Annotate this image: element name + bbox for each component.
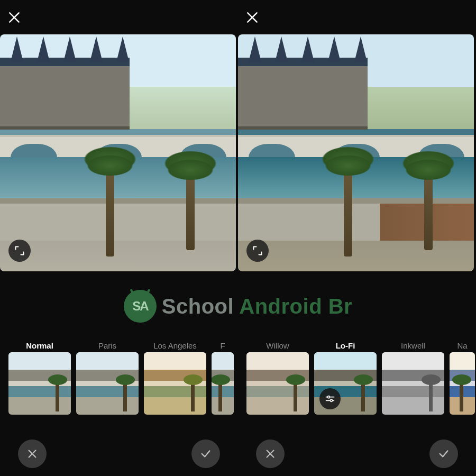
- filter-label: F: [220, 338, 225, 352]
- expand-icon[interactable]: [246, 240, 269, 262]
- filter-thumbnail[interactable]: [382, 352, 444, 415]
- action-bar: [238, 435, 476, 476]
- filter-thumbnail[interactable]: [144, 352, 206, 415]
- filter-thumbnail[interactable]: [8, 352, 71, 415]
- filter-label: Inkwell: [401, 338, 425, 352]
- photo-preview[interactable]: [0, 34, 236, 271]
- filter-label: Los Angeles: [153, 338, 197, 352]
- filter-option[interactable]: Inkwell: [382, 338, 444, 423]
- filter-thumbnail[interactable]: [76, 352, 139, 415]
- topbar: [0, 0, 238, 34]
- filter-strip[interactable]: NormalParisLos AngelesF: [0, 338, 238, 423]
- screen-left: NormalParisLos AngelesF: [0, 0, 238, 476]
- close-icon[interactable]: [7, 11, 21, 24]
- filter-label: Willow: [266, 338, 289, 352]
- filter-option[interactable]: F: [212, 338, 234, 423]
- filter-label: Paris: [98, 338, 116, 352]
- filter-thumbnail[interactable]: [450, 352, 475, 415]
- svg-point-7: [328, 396, 330, 398]
- action-bar: [0, 435, 238, 476]
- filter-option[interactable]: Lo-Fi: [314, 338, 377, 423]
- confirm-button[interactable]: [191, 440, 220, 468]
- screen-right: WillowLo-FiInkwellNa: [238, 0, 476, 476]
- topbar: [238, 0, 476, 34]
- cancel-button[interactable]: [256, 440, 285, 468]
- filter-option[interactable]: Paris: [76, 338, 139, 423]
- close-icon[interactable]: [245, 11, 259, 24]
- svg-point-9: [331, 399, 333, 401]
- filter-option[interactable]: Normal: [8, 338, 71, 423]
- expand-icon[interactable]: [8, 240, 31, 262]
- photo-preview[interactable]: [238, 34, 474, 271]
- filter-option[interactable]: Willow: [246, 338, 309, 423]
- cancel-button[interactable]: [18, 440, 47, 468]
- filter-thumbnail[interactable]: [212, 352, 234, 415]
- filter-label: Normal: [26, 338, 53, 352]
- adjust-icon[interactable]: [319, 388, 341, 409]
- filter-thumbnail[interactable]: [314, 352, 377, 415]
- screens-row: NormalParisLos AngelesF: [0, 0, 476, 476]
- confirm-button[interactable]: [429, 440, 458, 468]
- filter-thumbnail[interactable]: [246, 352, 309, 415]
- filter-label: Lo-Fi: [336, 338, 355, 352]
- filter-strip[interactable]: WillowLo-FiInkwellNa: [238, 338, 476, 423]
- filter-option[interactable]: Na: [450, 338, 475, 423]
- filter-option[interactable]: Los Angeles: [144, 338, 206, 423]
- filter-label: Na: [457, 338, 467, 352]
